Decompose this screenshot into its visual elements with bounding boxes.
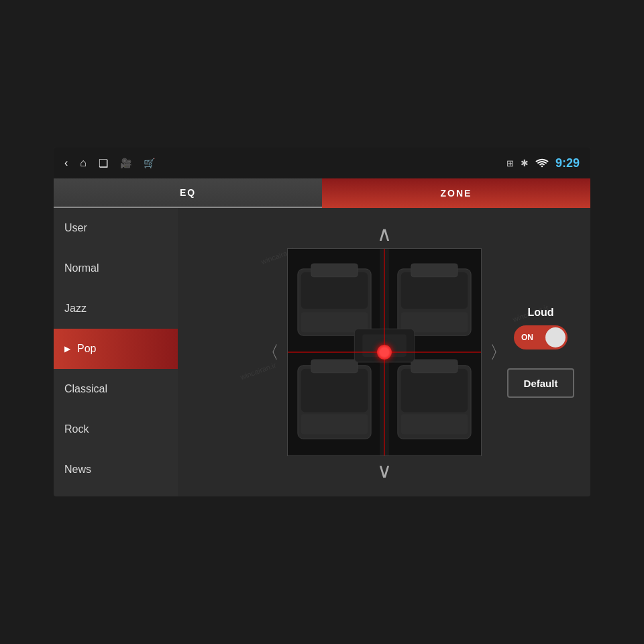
- sidebar-label-rock: Rock: [64, 423, 89, 435]
- sidebar-label-jazz: Jazz: [64, 303, 87, 315]
- device-frame: ‹ ⌂ ❑ 🎥 🛒 ⊞ ✱ 9:29: [0, 0, 644, 644]
- camera-icon[interactable]: 🎥: [120, 158, 131, 168]
- time-display: 9:29: [555, 156, 580, 170]
- svg-rect-3: [301, 272, 367, 309]
- sidebar-item-jazz[interactable]: Jazz: [54, 288, 178, 329]
- crosshair-dot[interactable]: [377, 345, 392, 360]
- back-icon[interactable]: ‹: [64, 157, 68, 169]
- play-icon: ▶: [64, 344, 70, 354]
- up-arrow-container: ∧: [374, 222, 394, 246]
- status-bar: ‹ ⌂ ❑ 🎥 🛒 ⊞ ✱ 9:29: [54, 148, 590, 178]
- sidebar-label-classical: Classical: [64, 383, 107, 395]
- sidebar-label-user: User: [64, 222, 87, 234]
- status-bar-right: ⊞ ✱ 9:29: [506, 156, 580, 170]
- car-diagram[interactable]: [287, 248, 482, 456]
- down-arrow-container: ∨: [374, 459, 394, 482]
- svg-rect-16: [400, 414, 467, 434]
- cast-icon: ⊞: [506, 158, 514, 168]
- sidebar-item-rock[interactable]: Rock: [54, 409, 178, 449]
- svg-rect-11: [301, 369, 367, 413]
- svg-rect-5: [311, 264, 358, 277]
- svg-rect-13: [311, 360, 358, 373]
- sidebar-item-pop[interactable]: ▶ Pop: [54, 329, 178, 369]
- sidebar-item-news[interactable]: News: [54, 449, 178, 490]
- left-arrow[interactable]: 〈: [260, 341, 280, 364]
- sidebar-item-user[interactable]: User: [54, 208, 178, 248]
- main-content: User Normal Jazz ▶ Pop Classical Rock: [54, 208, 590, 496]
- windows-icon[interactable]: ❑: [99, 157, 108, 170]
- car-diagram-container: 〈: [260, 248, 508, 456]
- sidebar: User Normal Jazz ▶ Pop Classical Rock: [54, 208, 178, 496]
- sidebar-label-normal: Normal: [64, 262, 99, 274]
- wifi-icon: [535, 158, 549, 168]
- right-controls: Loud ON Default: [507, 307, 574, 398]
- svg-rect-12: [301, 414, 367, 434]
- bluetooth-icon: ✱: [521, 158, 529, 168]
- svg-rect-7: [400, 272, 467, 309]
- status-bar-left: ‹ ⌂ ❑ 🎥 🛒: [64, 157, 506, 170]
- toggle-knob: [545, 327, 566, 347]
- loud-toggle[interactable]: ON: [514, 325, 568, 350]
- tab-eq[interactable]: EQ: [54, 178, 322, 208]
- sidebar-item-classical[interactable]: Classical: [54, 369, 178, 409]
- screen: ‹ ⌂ ❑ 🎥 🛒 ⊞ ✱ 9:29: [54, 148, 590, 496]
- svg-rect-15: [400, 369, 467, 413]
- tabs: EQ ZONE: [54, 178, 590, 208]
- right-arrow[interactable]: 〉: [488, 341, 508, 364]
- svg-rect-17: [411, 360, 458, 373]
- default-button[interactable]: Default: [507, 368, 574, 398]
- tab-zone[interactable]: ZONE: [322, 178, 590, 208]
- zone-panel: wincairan.ir wincairan.ir wincairan.ir ∧…: [178, 208, 590, 496]
- sidebar-label-news: News: [64, 464, 91, 476]
- loud-section: Loud ON: [514, 307, 568, 350]
- loud-label: Loud: [527, 307, 553, 319]
- bag-icon[interactable]: 🛒: [144, 158, 155, 168]
- svg-rect-9: [411, 264, 458, 277]
- up-arrow[interactable]: ∧: [374, 222, 394, 246]
- down-arrow[interactable]: ∨: [374, 459, 394, 482]
- home-icon[interactable]: ⌂: [80, 157, 87, 169]
- sidebar-item-normal[interactable]: Normal: [54, 248, 178, 288]
- sidebar-label-pop: Pop: [77, 343, 96, 355]
